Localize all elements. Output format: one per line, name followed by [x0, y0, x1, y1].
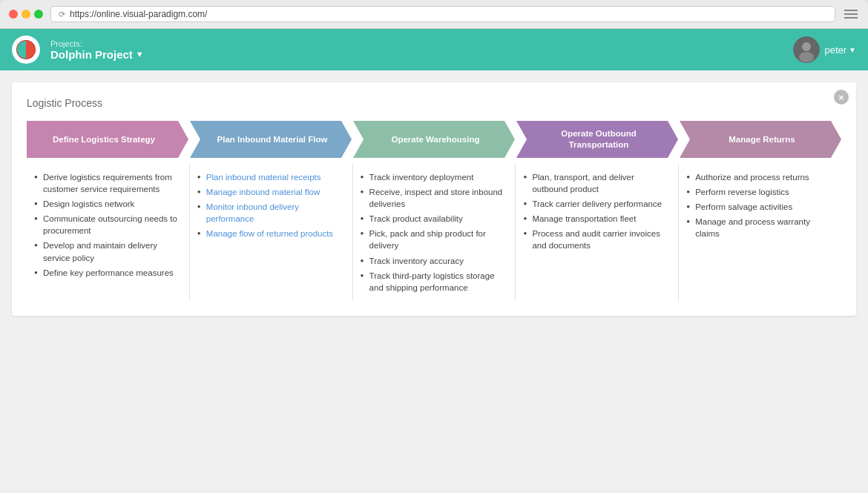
url-text: https://online.visual-paradigm.com/ — [70, 9, 207, 19]
list-item: ●Pick, pack and ship product for deliver… — [361, 226, 508, 253]
list-item: ●Plan, transport, and deliver outbound p… — [523, 170, 671, 196]
list-item[interactable]: ●Monitor inbound delivery performance — [197, 199, 345, 226]
step1-arrow: Define Logistics Strategy — [27, 121, 188, 158]
avatar-image — [793, 36, 820, 63]
list-item: ●Track product availability — [361, 211, 508, 226]
header-project-info: Projects: Dolphin Project ▼ — [50, 39, 144, 61]
user-name: peter — [824, 44, 846, 56]
url-bar-icon: ⟳ — [59, 10, 65, 19]
list-item: ●Manage transportation fleet — [523, 211, 671, 226]
step4-label: Operate Outbound Transportation — [534, 128, 663, 150]
user-dropdown-icon: ▼ — [849, 46, 856, 54]
list-item[interactable]: ●Manage inbound material flow — [197, 185, 345, 199]
step2-label: Plan Inbound Material Flow — [217, 134, 328, 145]
step2-arrow: Plan Inbound Material Flow — [190, 121, 352, 158]
list-item: ●Perform salvage activities — [686, 199, 834, 214]
avatar — [793, 36, 820, 63]
list-item: ●Communicate outsourcing needs to procur… — [34, 211, 182, 238]
diagram-card: Logistic Process × Define Logistics Stra… — [12, 82, 856, 316]
browser-dots — [9, 10, 43, 19]
content-col-1: ●Derive logistics requirements from cust… — [27, 164, 190, 301]
list-item: ●Design logistics network — [34, 196, 182, 211]
list-item[interactable]: ●Plan inbound material receipts — [197, 170, 345, 185]
step5-label: Manage Returns — [729, 134, 795, 145]
list-item: ●Manage and process warranty claims — [686, 214, 834, 241]
card-title: Logistic Process — [27, 97, 841, 109]
list-item: ●Authorize and process returns — [686, 170, 834, 185]
main-content: Logistic Process × Define Logistics Stra… — [0, 70, 868, 493]
dropdown-arrow-icon: ▼ — [136, 50, 144, 59]
content-grid: ●Derive logistics requirements from cust… — [27, 164, 841, 301]
step3-label: Operate Warehousing — [391, 134, 479, 145]
dot-green[interactable] — [34, 10, 43, 19]
browser-chrome: ⟳ https://online.visual-paradigm.com/ — [0, 0, 868, 29]
svg-point-2 — [802, 42, 811, 51]
svg-point-3 — [799, 52, 814, 62]
content-col-2: ●Plan inbound material receipts ●Manage … — [190, 164, 353, 301]
hamburger-menu[interactable] — [843, 8, 859, 20]
list-item: ●Track inventory accuracy — [361, 254, 508, 268]
content-col-5: ●Authorize and process returns ●Perform … — [679, 164, 841, 301]
list-item: ●Track third-party logistics storage and… — [361, 268, 508, 295]
content-col-3: ●Track inventory deployment ●Receive, in… — [353, 164, 516, 301]
list-item: ●Track carrier delivery performance — [523, 196, 671, 211]
step5-arrow: Manage Returns — [680, 121, 841, 158]
step1-label: Define Logistics Strategy — [53, 134, 155, 145]
list-item: ●Perform reverse logistics — [686, 185, 834, 199]
content-col-4: ●Plan, transport, and deliver outbound p… — [516, 164, 679, 301]
list-item: ●Track inventory deployment — [361, 170, 508, 185]
project-name: Dolphin Project — [50, 48, 133, 61]
list-item: ●Receive, inspect and store inbound deli… — [361, 185, 508, 211]
list-item: ●Define key performance measures — [34, 265, 182, 280]
app-logo — [12, 36, 40, 64]
dot-yellow[interactable] — [22, 10, 30, 19]
dot-red[interactable] — [9, 10, 18, 19]
close-button[interactable]: × — [834, 90, 849, 105]
list-item: ●Process and audit carrier invoices and … — [523, 226, 671, 253]
logo-icon — [16, 40, 36, 59]
list-item: ●Develop and maintain delivery service p… — [34, 238, 182, 265]
step3-arrow: Operate Warehousing — [353, 121, 515, 158]
list-item[interactable]: ●Manage flow of returned products — [197, 226, 345, 241]
project-name-dropdown[interactable]: Dolphin Project ▼ — [50, 48, 144, 61]
user-section[interactable]: peter ▼ — [793, 36, 856, 63]
projects-label: Projects: — [50, 39, 144, 48]
app-header: Projects: Dolphin Project ▼ peter ▼ — [0, 29, 868, 70]
step4-arrow: Operate Outbound Transportation — [516, 121, 678, 158]
list-item: ●Derive logistics requirements from cust… — [34, 170, 182, 196]
process-flow: Define Logistics Strategy Plan Inbound M… — [27, 121, 841, 158]
url-bar[interactable]: ⟳ https://online.visual-paradigm.com/ — [50, 6, 835, 22]
